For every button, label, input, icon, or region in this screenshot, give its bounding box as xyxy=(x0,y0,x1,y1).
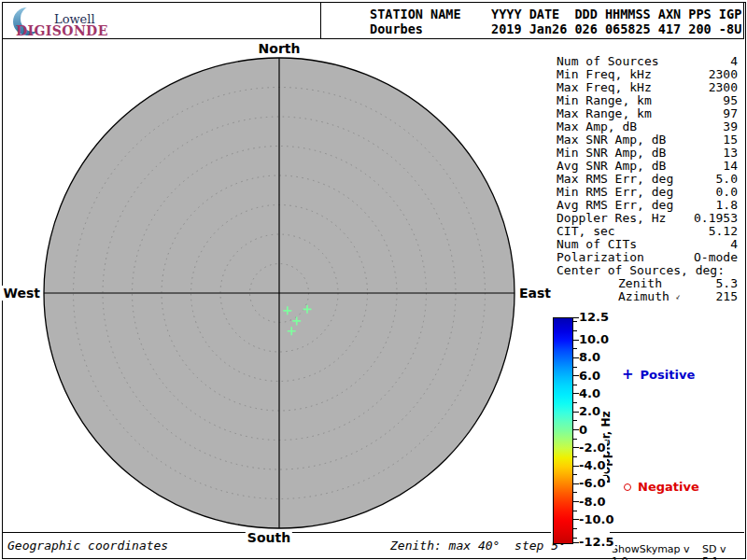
stat-row: Azimuth↑215 xyxy=(557,290,738,303)
stat-value: 15 xyxy=(723,133,738,147)
app-version-label: ShowSkymap v 1.0 xyxy=(612,543,702,560)
stat-row: Min Freq, kHz2300 xyxy=(557,68,738,81)
stat-row: Num of Sources4 xyxy=(557,55,738,68)
colorbar-minor-tick xyxy=(573,474,577,475)
legend-positive: + Positive xyxy=(622,368,695,382)
stat-value: 5.3 xyxy=(716,277,738,290)
stat-row: Num of CITs4 xyxy=(557,238,738,251)
colorbar-tick-label: -6.0 xyxy=(579,476,607,490)
stat-value: 14 xyxy=(723,160,738,173)
stat-value: 4 xyxy=(730,55,738,68)
stat-value: 0.0 xyxy=(716,186,738,199)
doppler-colorbar-ticks: 12.510.08.06.04.02.00-2.0-4.0-6.0-8.0-10… xyxy=(573,317,629,544)
stat-label: Min Range, km xyxy=(557,94,652,107)
stat-label: Max Amp, dB xyxy=(557,120,637,133)
colorbar-tick-label: 2.0 xyxy=(579,404,602,418)
colorbar-tick-label: 0 xyxy=(579,423,589,437)
stat-label: Avg SNR Amp, dB xyxy=(557,160,666,173)
colorbar-minor-tick xyxy=(573,456,577,457)
station-info: STATION NAME YYYY DATE DDD HHMMSS AXN PP… xyxy=(321,3,743,38)
stat-label: Max Range, km xyxy=(557,107,652,120)
colorbar-tick-label: 12.5 xyxy=(579,310,611,324)
stat-label: Avg RMS Err, deg xyxy=(557,199,673,212)
colorbar-tick-label: -2.0 xyxy=(579,441,607,455)
lowell-digisonde-logo: Lowell DIGISONDE xyxy=(3,3,321,38)
legend-negative: Negative xyxy=(624,480,699,494)
sd-version-label: SD v 5.1 xyxy=(702,543,742,560)
stat-row: Max Freq, kHz2300 xyxy=(557,81,738,94)
footer-divider-right xyxy=(610,532,744,533)
stat-value: 1.8 xyxy=(716,199,738,212)
stat-value: 97 xyxy=(723,107,738,120)
colorbar-minor-tick xyxy=(573,439,577,440)
azimuth-direction-arrow-icon: ↑ xyxy=(671,291,683,305)
stat-row: Max Range, km97 xyxy=(557,107,738,120)
compass-label-west: West xyxy=(0,286,40,301)
stat-value: 13 xyxy=(723,147,738,160)
compass-label-east: East xyxy=(519,286,551,301)
header-bar: Lowell DIGISONDE STATION NAME YYYY DATE … xyxy=(2,2,744,39)
stat-value: 5.12 xyxy=(709,225,738,238)
stat-row: Avg RMS Err, deg1.8 xyxy=(557,199,738,212)
stat-label: Center of Sources, deg: xyxy=(557,264,725,277)
stat-row: Max SNR Amp, dB15 xyxy=(557,133,738,147)
stat-label: Max SNR Amp, dB xyxy=(557,133,666,147)
colorbar-minor-tick xyxy=(573,385,577,385)
compass-label-south: South xyxy=(246,530,292,545)
stat-row: PolarizationO-mode xyxy=(557,251,738,264)
stat-row: Max Amp, dB39 xyxy=(557,120,738,133)
doppler-colorbar xyxy=(553,317,573,544)
logo-text-digisonde: DIGISONDE xyxy=(16,23,108,38)
stat-label: CIT, sec xyxy=(557,225,615,238)
stat-value: 2300 xyxy=(709,68,738,81)
stat-row: Center of Sources, deg: xyxy=(557,264,738,277)
stat-label: Polarization xyxy=(557,251,644,264)
stat-value: 215 xyxy=(716,290,738,303)
stat-row: Zenith5.3 xyxy=(557,277,738,290)
colorbar-minor-tick xyxy=(573,492,577,493)
station-info-column-headers: STATION NAME YYYY DATE DDD HHMMSS AXN PP… xyxy=(321,3,743,21)
version-info: ShowSkymap v 1.0 SD v 5.1 xyxy=(612,543,742,560)
showskymap-window: Lowell DIGISONDE STATION NAME YYYY DATE … xyxy=(0,0,747,560)
zenith-scale-label: Zenith: max 40° step 5° xyxy=(390,539,566,553)
colorbar-tick-label: -10.0 xyxy=(579,512,615,526)
stat-row: Min Range, km95 xyxy=(557,94,738,107)
colorbar-tick-label: 10.0 xyxy=(579,332,611,346)
coordinates-mode-label: Geographic coordinates xyxy=(7,539,168,553)
stat-value: 39 xyxy=(723,120,738,133)
stat-label: Max Freq, kHz xyxy=(557,81,652,94)
stat-row: Avg SNR Amp, dB14 xyxy=(557,160,738,173)
stat-label: Min SNR Amp, dB xyxy=(557,147,666,160)
colorbar-minor-tick xyxy=(573,420,577,421)
colorbar-tick-label: -8.0 xyxy=(579,495,607,509)
compass-label-north: North xyxy=(259,41,301,56)
stat-label: Min RMS Err, deg xyxy=(557,186,673,199)
colorbar-minor-tick xyxy=(573,538,577,539)
colorbar-tick-label: 6.0 xyxy=(579,369,602,383)
colorbar-minor-tick xyxy=(573,321,577,322)
colorbar-minor-tick xyxy=(573,330,577,331)
colorbar-tick-label: 4.0 xyxy=(579,386,602,400)
stat-value: 4 xyxy=(730,238,738,251)
colorbar-tick-label: -12.5 xyxy=(579,535,615,549)
stat-row: Max RMS Err, deg5.0 xyxy=(557,173,738,186)
measurement-stats-panel: Num of Sources4Min Freq, kHz2300Max Freq… xyxy=(557,55,738,303)
stat-value: 5.0 xyxy=(716,173,738,186)
stat-value: 0.1953 xyxy=(694,212,738,225)
stat-label: Doppler Res, Hz xyxy=(557,212,666,225)
stat-value: 2300 xyxy=(709,81,738,94)
colorbar-minor-tick xyxy=(573,367,577,368)
colorbar-tick-label: -4.0 xyxy=(579,458,607,472)
stat-row: Min SNR Amp, dB13 xyxy=(557,147,738,160)
stat-value: 95 xyxy=(723,94,738,107)
stat-label: Azimuth↑ xyxy=(557,290,680,303)
colorbar-minor-tick xyxy=(573,348,577,349)
legend-positive-label: Positive xyxy=(641,368,696,382)
colorbar-minor-tick xyxy=(573,511,577,511)
stat-value: O-mode xyxy=(694,251,738,264)
stat-label: Max RMS Err, deg xyxy=(557,173,673,186)
stat-row: Min RMS Err, deg0.0 xyxy=(557,186,738,199)
stat-label: Zenith xyxy=(557,277,662,290)
colorbar-minor-tick xyxy=(573,528,577,529)
colorbar-minor-tick xyxy=(573,402,577,403)
